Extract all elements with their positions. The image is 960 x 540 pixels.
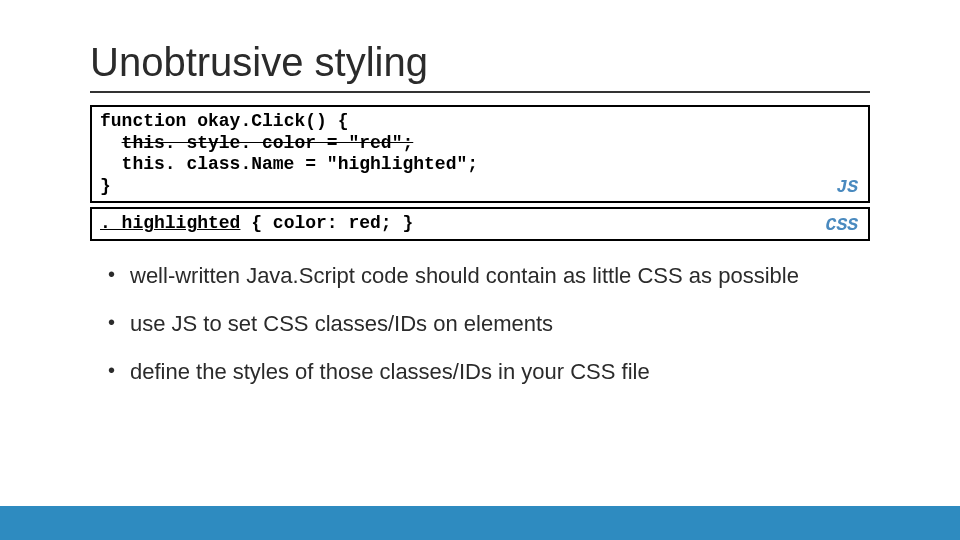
code-js-line1: function okay.Click() { (100, 111, 348, 131)
list-item: use JS to set CSS classes/IDs on element… (108, 311, 870, 337)
code-lang-label-js: JS (836, 177, 858, 197)
code-css-line1-underlined: . highlighted (100, 213, 240, 233)
code-js-line2-strike: this. style. color = "red"; (100, 133, 413, 155)
code-js-content: function okay.Click() { this. style. col… (92, 107, 868, 201)
bullet-list: well-written Java.Script code should con… (90, 263, 870, 385)
list-item: define the styles of those classes/IDs i… (108, 359, 870, 385)
slide: Unobtrusive styling function okay.Click(… (0, 0, 960, 540)
code-block-css: . highlighted { color: red; } CSS (90, 207, 870, 241)
code-block-js: function okay.Click() { this. style. col… (90, 105, 870, 203)
footer-bar (0, 506, 960, 540)
code-css-line1-rest: { color: red; } (240, 213, 413, 233)
code-lang-label-css: CSS (826, 215, 858, 235)
code-css-content: . highlighted { color: red; } (92, 209, 868, 239)
code-js-line3: this. class.Name = "highlighted"; (100, 154, 478, 176)
slide-title: Unobtrusive styling (90, 40, 870, 93)
list-item: well-written Java.Script code should con… (108, 263, 870, 289)
code-js-line4: } (100, 176, 111, 196)
